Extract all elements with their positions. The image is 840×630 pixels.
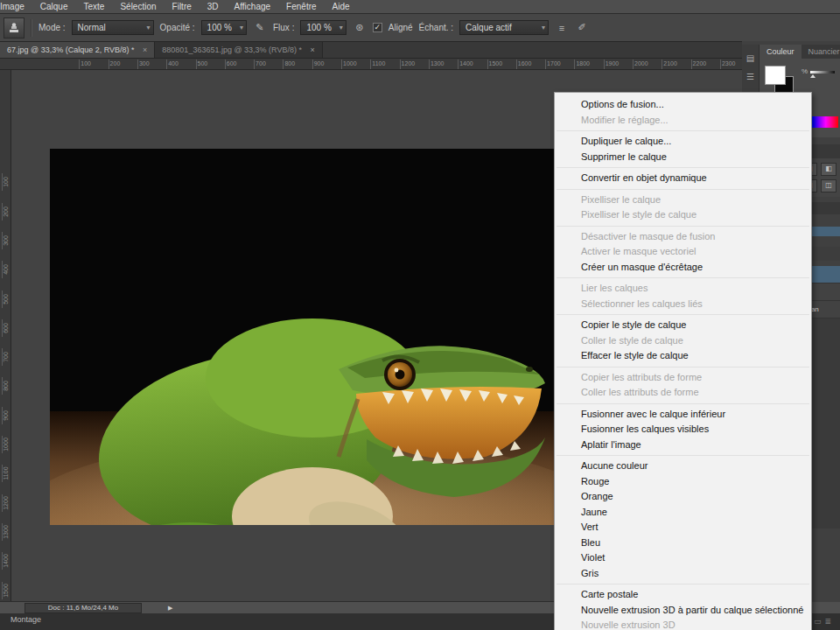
doc-tab-2[interactable]: 880801_363651.jpg @ 33,3% (RVB/8) * ×	[155, 42, 322, 58]
adjustment-icon[interactable]: ◫	[821, 179, 836, 192]
flow-input[interactable]: 100 %	[300, 20, 346, 35]
v-ruler-tick: 200	[2, 203, 9, 220]
color-panel-tabs: CouleurNuancier	[760, 45, 840, 59]
h-ruler-tick: 1300	[429, 60, 444, 69]
menu-item-desactiver-le-masque-de-fusion: Désactiver le masque de fusion	[555, 229, 811, 245]
v-ruler-tick: 1200	[2, 494, 9, 512]
menu-item-copier-le-style-de-calque[interactable]: Copier le style de calque	[555, 318, 811, 333]
v-ruler-tick: 1100	[2, 465, 9, 482]
menu-item-options-de-fusion[interactable]: Options de fusion...	[555, 97, 811, 113]
opacity-label: Opacité :	[160, 23, 195, 32]
panel-grip-icons: ▭≣	[814, 617, 835, 626]
aligned-checkbox[interactable]: ✓	[373, 23, 382, 32]
menu-item-dupliquer-le-calque[interactable]: Dupliquer le calque...	[555, 134, 811, 150]
vertical-ruler: 1002003004005006007008009001000110012001…	[0, 70, 11, 602]
menu-item-aucune-couleur[interactable]: Aucune couleur	[555, 458, 811, 474]
menu-item-coller-les-attributs-de-forme: Coller les attributs de forme	[555, 385, 811, 401]
h-ruler-tick: 1400	[458, 60, 473, 69]
menu-item-aplatir-l-image[interactable]: Aplatir l'image	[555, 438, 811, 453]
document-size-indicator[interactable]: Doc : 11,6 Mo/24,4 Mo	[24, 603, 142, 613]
menu-calque[interactable]: Calque	[32, 2, 76, 11]
histogram-panel-icon[interactable]: ▤	[746, 53, 754, 63]
menu-aide[interactable]: Aide	[325, 2, 358, 11]
menu-item-vert[interactable]: Vert	[555, 520, 811, 536]
v-ruler-tick: 700	[2, 348, 9, 366]
status-arrow-icon[interactable]: ▶	[168, 605, 172, 612]
menu-filtre[interactable]: Filtre	[164, 2, 200, 11]
size-pressure-icon[interactable]: ✐	[575, 21, 589, 35]
menu-item-violet[interactable]: Violet	[555, 550, 811, 566]
foreground-color-swatch[interactable]	[765, 66, 786, 85]
color-slider[interactable]	[810, 71, 835, 74]
layer-context-menu: Options de fusion...Modifier le réglage.…	[554, 92, 812, 630]
menu-item-supprimer-le-calque[interactable]: Supprimer le calque	[555, 150, 811, 165]
clone-stamp-tool-preset[interactable]	[4, 18, 24, 38]
menu-item-carte-postale[interactable]: Carte postale	[555, 587, 811, 603]
mode-label: Mode :	[38, 23, 66, 32]
menu-item-rouge[interactable]: Rouge	[555, 474, 811, 490]
menu-separator	[555, 581, 811, 587]
menu-item-convertir-en-objet-dynamique[interactable]: Convertir en objet dynamique	[555, 171, 811, 186]
menu-separator	[555, 312, 811, 318]
divider	[31, 19, 32, 37]
menu-item-creer-un-masque-d-ecretage[interactable]: Créer un masque d'écrêtage	[555, 260, 811, 276]
menu-item-gris[interactable]: Gris	[555, 566, 811, 582]
menu-item-modifier-le-reglage: Modifier le réglage...	[555, 113, 811, 129]
sample-all-layers-icon[interactable]: ≡	[555, 21, 569, 35]
tab-nuancier[interactable]: Nuancier	[802, 45, 840, 59]
menu-item-selectionner-les-calques-lies: Sélectionner les calques liés	[555, 297, 811, 312]
menu-separator	[555, 186, 811, 192]
tab-couleur[interactable]: Couleur	[760, 45, 802, 59]
color-slider-marker[interactable]	[810, 74, 816, 78]
v-ruler-tick: 300	[2, 232, 9, 249]
menu-texte[interactable]: Texte	[76, 2, 113, 11]
sample-select[interactable]: Calque actif	[459, 20, 549, 35]
v-ruler-tick: 900	[2, 407, 9, 424]
menu-item-pixelliser-le-calque: Pixelliser le calque	[555, 192, 811, 208]
h-ruler-tick: 800	[283, 60, 295, 69]
h-ruler-tick: 1200	[400, 60, 416, 69]
clone-stamp-icon	[8, 22, 20, 34]
blend-mode-select[interactable]: Normal	[72, 20, 154, 35]
menu-separator	[555, 401, 811, 407]
h-ruler-tick: 700	[254, 60, 266, 69]
v-ruler-tick: 600	[2, 319, 9, 337]
menu-image[interactable]: Image	[0, 2, 32, 11]
doc-tab-1[interactable]: 67.jpg @ 33,3% (Calque 2, RVB/8) * ×	[0, 42, 155, 58]
menu-item-jaune[interactable]: Jaune	[555, 505, 811, 521]
menu-separator	[555, 164, 811, 171]
menu-selection[interactable]: Sélection	[112, 2, 164, 11]
opacity-pressure-icon[interactable]: ✎	[253, 21, 267, 35]
airbrush-icon[interactable]: ⊛	[353, 21, 367, 35]
close-icon[interactable]: ×	[310, 46, 314, 54]
h-ruler-tick: 2000	[633, 60, 648, 69]
h-ruler-tick: 2300	[720, 60, 736, 69]
v-ruler-tick: 1500	[2, 582, 9, 599]
menu-item-effacer-le-style-de-calque[interactable]: Effacer le style de calque	[555, 348, 811, 364]
horizontal-ruler: 1002003004005006007008009001000110012001…	[0, 59, 742, 70]
opacity-input[interactable]: 100 %	[201, 20, 247, 35]
menu-item-fusionner-avec-le-calque-inferieur[interactable]: Fusionner avec le calque inférieur	[555, 407, 811, 423]
frog-crocodile-photo[interactable]	[50, 149, 560, 525]
menu-item-copier-les-attributs-de-forme: Copier les attributs de forme	[555, 370, 811, 386]
menu-fenetre[interactable]: Fenêtre	[278, 2, 324, 11]
info-panel-icon[interactable]: ☰	[746, 72, 754, 81]
menu-separator	[555, 275, 811, 281]
h-ruler-tick: 2100	[662, 60, 677, 69]
v-ruler-tick: 1000	[2, 436, 9, 453]
doc-tab-1-label: 67.jpg @ 33,3% (Calque 2, RVB/8) *	[7, 46, 135, 54]
menu-affichage[interactable]: Affichage	[227, 2, 279, 11]
timeline-tab[interactable]: Montage	[4, 615, 48, 624]
menu-item-fusionner-les-calques-visibles[interactable]: Fusionner les calques visibles	[555, 422, 811, 438]
adjustment-icon[interactable]: ◧	[821, 163, 836, 176]
menu-3d[interactable]: 3D	[200, 2, 227, 11]
v-ruler-tick: 500	[2, 290, 9, 308]
close-icon[interactable]: ×	[143, 46, 147, 54]
document-tabs: 67.jpg @ 33,3% (Calque 2, RVB/8) * × 880…	[0, 42, 742, 59]
h-ruler-tick: 300	[137, 60, 150, 69]
menu-separator	[555, 223, 811, 229]
menu-item-nouvelle-extrusion-3d-a-partir-du-calque-selectionne[interactable]: Nouvelle extrusion 3D à partir du calque…	[555, 603, 811, 619]
menu-item-activer-le-masque-vectoriel: Activer le masque vectoriel	[555, 244, 811, 260]
menu-item-bleu[interactable]: Bleu	[555, 536, 811, 551]
menu-item-orange[interactable]: Orange	[555, 489, 811, 505]
